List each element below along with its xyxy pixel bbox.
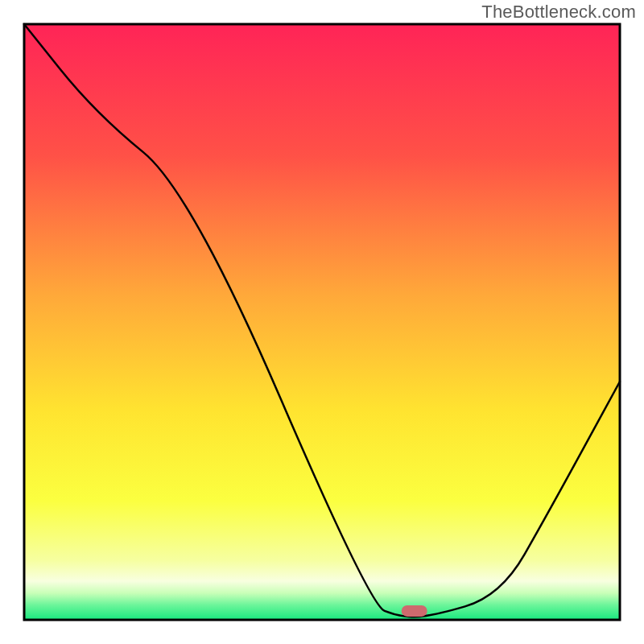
watermark-text: TheBottleneck.com xyxy=(481,2,636,23)
chart-svg xyxy=(0,0,644,644)
chart-container: TheBottleneck.com xyxy=(0,0,644,644)
optimal-marker xyxy=(402,605,427,617)
plot-background xyxy=(24,24,620,620)
